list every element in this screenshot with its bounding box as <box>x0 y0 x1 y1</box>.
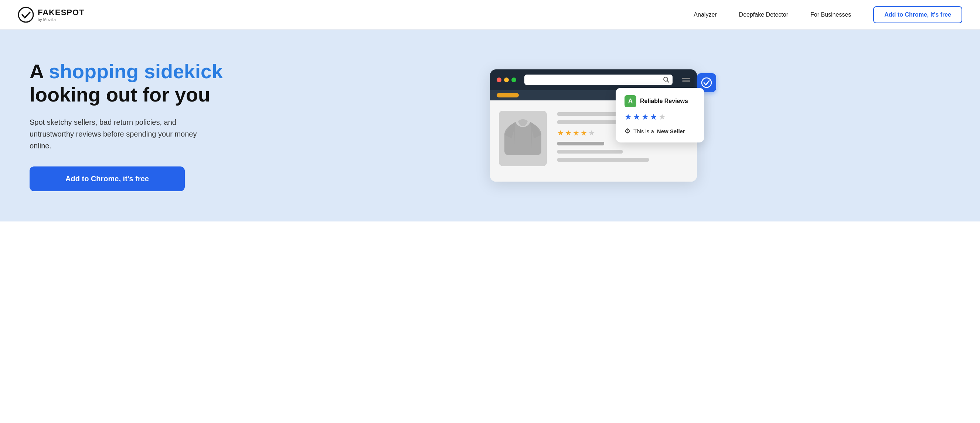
browser-top-bar <box>490 70 697 90</box>
sweater-illustration <box>503 114 543 162</box>
product-image <box>499 111 547 166</box>
star-4: ★ <box>581 128 587 137</box>
menu-line-2 <box>682 81 690 82</box>
maximize-window-dot <box>511 78 516 82</box>
hero-add-to-chrome-button[interactable]: Add to Chrome, it's free <box>30 166 185 191</box>
logo: FAKESPOT by Mozilla <box>18 6 84 23</box>
nav-deepfake[interactable]: Deepfake Detector <box>739 11 788 18</box>
nav-businesses[interactable]: For Businesses <box>810 11 851 18</box>
menu-line-1 <box>682 78 690 79</box>
product-price-line <box>557 142 604 146</box>
browser-wrapper: ★ ★ ★ ★ ★ A Reliable <box>490 70 697 182</box>
browser-menu-icon <box>682 78 690 82</box>
seller-prefix: This is a <box>633 128 654 135</box>
reliable-reviews-row: A Reliable Reviews <box>625 95 695 107</box>
nav-add-to-chrome-button[interactable]: Add to Chrome, it's free <box>873 6 962 23</box>
search-icon <box>663 76 670 83</box>
logo-sub: by Mozilla <box>38 17 84 22</box>
close-window-dot <box>496 78 501 82</box>
badge-star-5: ★ <box>659 112 666 122</box>
hero-headline-accent: shopping sidekick <box>49 60 223 82</box>
hero-subtext: Spot sketchy sellers, bad return policie… <box>30 116 214 152</box>
url-bar[interactable] <box>524 74 673 85</box>
nav-analyzer[interactable]: Analyzer <box>694 11 716 18</box>
product-desc-line-2 <box>557 158 649 162</box>
hero-headline-plain: A <box>30 60 49 82</box>
fakespot-popup-badge: A Reliable Reviews ★ ★ ★ ★ ★ ⚙ This is a… <box>616 88 704 143</box>
logo-title: FAKESPOT <box>38 8 84 17</box>
gear-icon: ⚙ <box>625 127 630 135</box>
svg-point-0 <box>19 7 33 22</box>
hero-left: A shopping sidekick looking out for you … <box>30 60 237 191</box>
badge-star-1: ★ <box>625 112 632 122</box>
hero-right: ★ ★ ★ ★ ★ A Reliable <box>237 70 950 182</box>
star-5: ★ <box>588 128 595 137</box>
hero-headline-rest: looking out for you <box>30 83 210 106</box>
hero-headline: A shopping sidekick looking out for you <box>30 60 237 106</box>
browser-tab <box>496 93 519 97</box>
svg-point-3 <box>702 78 711 87</box>
hero-section: A shopping sidekick looking out for you … <box>0 30 980 222</box>
badge-stars-row: ★ ★ ★ ★ ★ <box>625 112 695 122</box>
badge-star-2: ★ <box>633 112 640 122</box>
navbar: FAKESPOT by Mozilla Analyzer Deepfake De… <box>0 0 980 30</box>
fakespot-checkmark-icon <box>701 77 712 88</box>
nav-links: Analyzer Deepfake Detector For Businesse… <box>694 6 962 23</box>
fakespot-logo-icon <box>18 6 34 23</box>
reliable-reviews-label: Reliable Reviews <box>640 98 688 105</box>
svg-line-2 <box>667 81 669 83</box>
star-3: ★ <box>573 128 579 137</box>
seller-bold: New Seller <box>657 128 685 135</box>
badge-star-half: ★ <box>650 112 657 122</box>
product-desc-line-1 <box>557 150 623 154</box>
browser-window-controls <box>496 78 516 82</box>
minimize-window-dot <box>504 78 509 82</box>
star-1: ★ <box>557 128 564 137</box>
grade-badge: A <box>625 95 636 107</box>
star-2: ★ <box>565 128 572 137</box>
badge-star-3: ★ <box>641 112 649 122</box>
logo-text: FAKESPOT by Mozilla <box>38 8 84 22</box>
new-seller-row: ⚙ This is a New Seller <box>625 127 695 135</box>
